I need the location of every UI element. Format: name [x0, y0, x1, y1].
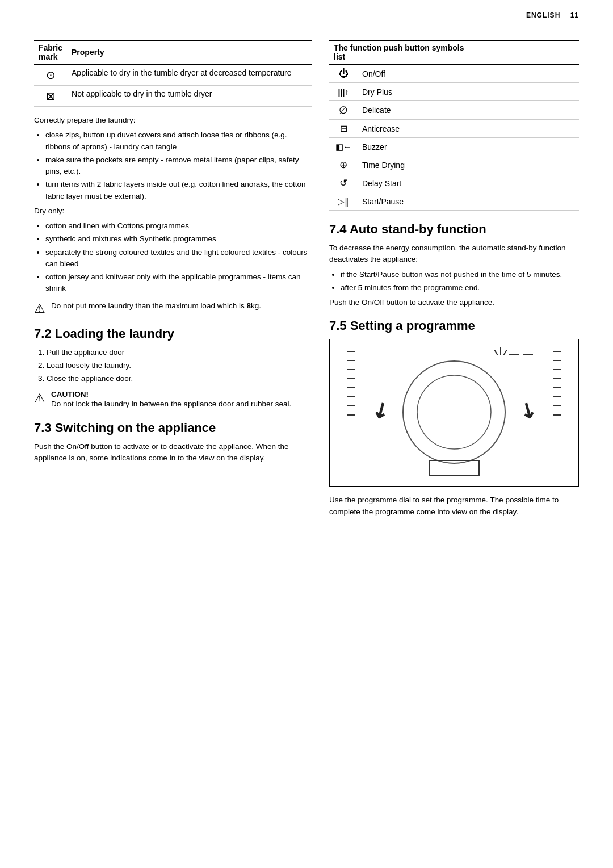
prepare-laundry-intro: Correctly prepare the laundry: — [34, 115, 312, 126]
func-row-dryplus: |||↑ Dry Plus — [329, 83, 579, 101]
dial-arrow-right: ↘ — [515, 396, 541, 425]
right-tick-1 — [553, 351, 561, 352]
section-73-title: 7.3 Switching on the appliance — [34, 421, 312, 435]
dryplus-label: Dry Plus — [358, 83, 579, 101]
programme-dial-diagram: ↙ ↘ — [329, 339, 579, 487]
caution-triangle-icon: ⚠ — [34, 391, 45, 406]
left-tick-3 — [347, 369, 355, 370]
section-75-text: Use the programme dial to set the progra… — [329, 494, 579, 518]
top-tick-marks — [496, 347, 533, 355]
top-tick-1 — [494, 350, 498, 355]
func-row-buzzer: ◧← Buzzer — [329, 138, 579, 156]
section-74-title: 7.4 Auto stand-by function — [329, 222, 579, 237]
right-tick-marks — [553, 351, 561, 416]
delicate-icon-cell: ∅ — [329, 101, 358, 120]
dry-bullet-1: cotton and linen with Cottons programmes — [45, 220, 312, 232]
section-73-text: Push the On/Off button to activate or to… — [34, 441, 312, 464]
section-75-title: 7.5 Setting a programme — [329, 318, 579, 333]
buzzer-label: Buzzer — [358, 138, 579, 156]
timedrying-label: Time Drying — [358, 156, 579, 174]
warning-text-prefix: Do not put more laundry than the maximum… — [51, 301, 246, 310]
fabric-row-1: ⊙ Applicable to dry in the tumble dryer … — [34, 64, 312, 86]
warning-box: ⚠ Do not put more laundry than the maxim… — [34, 300, 312, 316]
right-tick-2 — [553, 360, 561, 361]
buzzer-icon-cell: ◧← — [329, 138, 358, 156]
dryplus-icon-cell: |||↑ — [329, 83, 358, 101]
func-row-delaystart: ↺ Delay Start — [329, 174, 579, 192]
left-tick-6 — [347, 396, 355, 397]
top-tick-3 — [503, 350, 507, 355]
prepare-bullet-1: close zips, button up duvet covers and a… — [45, 129, 312, 153]
caution-label: CAUTION! — [51, 390, 291, 399]
caution-text: Do not lock the laundry in between the a… — [51, 399, 291, 410]
caution-content: CAUTION! Do not lock the laundry in betw… — [51, 390, 291, 410]
warning-triangle-icon: ⚠ — [34, 301, 45, 316]
page: ENGLISH 11 Fabric mark Property — [0, 0, 613, 868]
top-tick-2 — [500, 347, 501, 355]
left-tick-8 — [347, 414, 355, 416]
left-tick-1 — [347, 351, 355, 352]
prepare-bullet-3: turn items with 2 fabric layers inside o… — [45, 179, 312, 202]
function-table: The function push button symbols list ⏻ … — [329, 40, 579, 211]
prepare-bullets: close zips, button up duvet covers and a… — [45, 129, 312, 202]
dial-svg — [400, 358, 508, 466]
warning-text: Do not put more laundry than the maximum… — [51, 300, 261, 312]
onoff-label: On/Off — [358, 64, 579, 83]
fabric-icon-2: ⊠ — [34, 86, 67, 107]
dry-bullet-2: synthetic and mixtures with Synthetic pr… — [45, 233, 312, 245]
fabric-text-2: Not applicable to dry in the tumble drye… — [67, 86, 312, 107]
loading-step-1: Pull the appliance door — [47, 347, 312, 358]
dial-arrow-left: ↙ — [367, 396, 394, 425]
page-number: 11 — [570, 11, 579, 19]
fabric-text-1: Applicable to dry in the tumble dryer at… — [67, 64, 312, 86]
dry-bullet-4: cotton jersey and knitwear only with the… — [45, 271, 312, 295]
warning-text-suffix: kg. — [251, 301, 261, 310]
anticrease-icon-cell: ⊟ — [329, 120, 358, 138]
left-column: Fabric mark Property ⊙ Applicable to dry… — [34, 40, 312, 521]
func-row-anticrease: ⊟ Anticrease — [329, 120, 579, 138]
section-74-intro: To decrease the energy consumption, the … — [329, 242, 579, 266]
section-74-footer: Push the On/Off button to activate the a… — [329, 297, 579, 308]
caution-box: ⚠ CAUTION! Do not lock the laundry in be… — [34, 390, 312, 410]
right-tick-6 — [553, 396, 561, 397]
dial-assembly: ↙ ↘ — [400, 358, 508, 468]
right-tick-8 — [553, 414, 561, 416]
section-72-title: 7.2 Loading the laundry — [34, 326, 312, 341]
delaystart-label: Delay Start — [358, 174, 579, 192]
dry-bullet-3: separately the strong coloured textiles … — [45, 247, 312, 270]
fabric-icon-1: ⊙ — [34, 64, 67, 86]
warning-bold-value: 8 — [246, 301, 251, 310]
loading-step-3: Close the appliance door. — [47, 373, 312, 384]
func-row-startpause: ▷‖ Start/Pause — [329, 192, 579, 211]
top-tick-h — [509, 354, 519, 355]
startpause-label: Start/Pause — [358, 192, 579, 211]
language-label: ENGLISH — [526, 11, 560, 19]
right-tick-5 — [553, 387, 561, 388]
delicate-label: Delicate — [358, 101, 579, 120]
svg-point-1 — [417, 375, 491, 449]
fabric-col2-header: Property — [67, 40, 312, 64]
right-tick-3 — [553, 369, 561, 370]
fabric-col1-header: Fabric mark — [34, 40, 67, 64]
language-indicator: ENGLISH 11 — [526, 11, 579, 19]
section-74-bullet-2: after 5 minutes from the programme end. — [341, 282, 579, 293]
right-tick-7 — [553, 405, 561, 406]
top-tick-h2 — [523, 354, 533, 355]
right-tick-4 — [553, 378, 561, 379]
svg-point-0 — [403, 361, 505, 463]
loading-steps-list: Pull the appliance door Load loosely the… — [47, 347, 312, 385]
startpause-icon-cell: ▷‖ — [329, 192, 358, 211]
func-row-onoff: ⏻ On/Off — [329, 64, 579, 83]
func-row-delicate: ∅ Delicate — [329, 101, 579, 120]
fabric-row-2: ⊠ Not applicable to dry in the tumble dr… — [34, 86, 312, 107]
right-column: The function push button symbols list ⏻ … — [329, 40, 579, 521]
loading-step-2: Load loosely the laundry. — [47, 360, 312, 371]
prepare-bullet-2: make sure the pockets are empty - remove… — [45, 154, 312, 178]
onoff-icon-cell: ⏻ — [329, 64, 358, 83]
section-74-bullet-1: if the Start/Pause button was not pushed… — [341, 269, 579, 280]
dial-bottom-rect — [429, 460, 480, 476]
left-tick-5 — [347, 387, 355, 388]
dry-only-label: Dry only: — [34, 206, 312, 217]
function-header-subtext: list — [334, 52, 345, 61]
left-tick-marks — [347, 351, 355, 416]
